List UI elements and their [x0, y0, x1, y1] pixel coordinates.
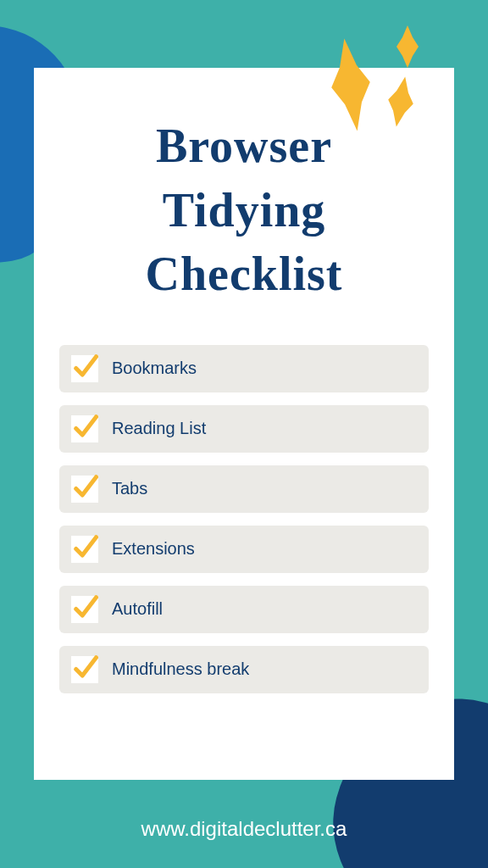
checklist-item-label: Extensions — [112, 539, 195, 559]
checklist-item[interactable]: Tabs — [59, 465, 429, 513]
checklist-item-label: Autofill — [112, 599, 163, 619]
checkmark-icon — [73, 474, 98, 499]
checklist-card: Browser Tidying Checklist Bookmarks Read… — [34, 68, 454, 780]
checklist-item-label: Mindfulness break — [112, 659, 249, 679]
checkmark-icon — [73, 654, 98, 680]
checkmark-icon — [73, 534, 98, 559]
checkmark-icon — [73, 353, 98, 379]
title-line-2: Tidying — [163, 184, 326, 236]
checklist-item-label: Bookmarks — [112, 359, 197, 378]
checkbox[interactable] — [71, 415, 98, 442]
checklist-item[interactable]: Reading List — [59, 405, 429, 453]
checklist-item[interactable]: Mindfulness break — [59, 646, 429, 693]
checkbox[interactable] — [71, 596, 98, 623]
checkbox[interactable] — [71, 656, 98, 683]
checkbox[interactable] — [71, 536, 98, 563]
checkmark-icon — [73, 594, 98, 620]
checklist-item-label: Reading List — [112, 419, 206, 438]
sparkle-icons — [285, 25, 437, 144]
checklist-container: Bookmarks Reading List Tabs Extensions A — [59, 345, 429, 693]
checkbox[interactable] — [71, 476, 98, 503]
title-line-3: Checklist — [146, 248, 343, 300]
checkmark-icon — [73, 414, 98, 439]
checklist-item[interactable]: Autofill — [59, 586, 429, 633]
checklist-item[interactable]: Bookmarks — [59, 345, 429, 392]
checklist-item-label: Tabs — [112, 479, 147, 498]
checkbox[interactable] — [71, 355, 98, 382]
checklist-item[interactable]: Extensions — [59, 526, 429, 573]
footer-url[interactable]: www.digitaldeclutter.ca — [0, 817, 488, 841]
